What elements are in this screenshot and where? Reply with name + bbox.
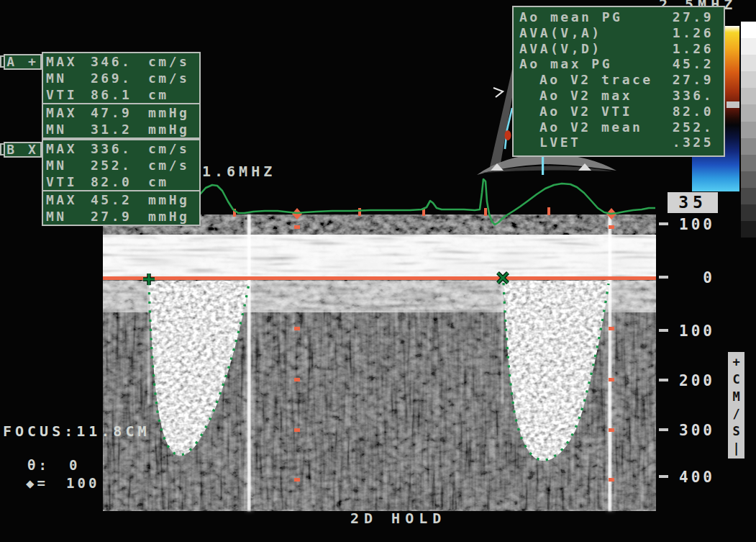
unit-char: S — [732, 423, 739, 440]
doppler-frequency-label: 1.6MHZ — [202, 163, 275, 180]
measure-value: 27.9 — [91, 208, 148, 225]
velocity-scale-ticks — [659, 222, 668, 478]
scale-label-100-above: 100 — [657, 216, 715, 233]
measure-value: 269. — [91, 70, 148, 86]
result-label: Ao V2 trace — [539, 72, 653, 88]
measure-value: 86.1 — [91, 86, 148, 103]
measure-label: MAX — [46, 140, 91, 157]
sweep-speed-value: 100 — [66, 475, 99, 491]
measure-value: 82.0 — [91, 173, 148, 190]
measure-value: 252. — [91, 157, 148, 173]
measure-label: MAX — [46, 53, 91, 70]
color-scale-zero-marker — [727, 101, 739, 108]
unit-char: | — [732, 440, 739, 457]
sweep-speed-label: ◆= — [26, 475, 48, 491]
measure-value: 346. — [91, 53, 148, 70]
color-doppler-blob — [505, 130, 511, 140]
scale-label-0: 0 — [657, 269, 715, 286]
reject-value-box[interactable]: 35 — [668, 192, 718, 213]
result-value: 27.9 — [673, 9, 714, 25]
measure-label: VTI — [46, 86, 91, 103]
measure-unit: cm — [148, 173, 199, 190]
unit-char: C — [732, 371, 739, 388]
result-value: 27.9 — [673, 72, 714, 88]
measure-value: 47.9 — [91, 104, 148, 121]
focus-depth-label: FOCUS:11.8CM — [3, 423, 150, 440]
velocity-unit-label: + C M / S | — [728, 352, 744, 459]
measure-unit: mmHg — [148, 121, 199, 137]
result-value: 45.2 — [673, 56, 714, 72]
measure-unit: cm — [148, 86, 199, 103]
measure-unit: mmHg — [148, 208, 199, 225]
measure-label: VTI — [46, 173, 91, 190]
doppler-baseline — [103, 276, 656, 280]
caliper-a-panel: MAX346.cm/s MN269.cm/s VTI86.1cm MAX47.9… — [42, 52, 201, 139]
result-value: 1.26 — [673, 41, 714, 57]
unit-char: M — [732, 388, 739, 405]
measure-label: MN — [46, 121, 91, 137]
result-label: Ao V2 VTI — [539, 104, 632, 119]
measure-unit: cm/s — [148, 140, 199, 157]
result-label: Ao mean PG — [519, 9, 622, 25]
pointer-arrow-icon — [493, 88, 503, 97]
measure-value: 336. — [91, 140, 148, 157]
result-label: AVA(V,A) — [519, 25, 602, 41]
result-label: AVA(V,D) — [519, 41, 602, 57]
measure-unit: cm/s — [148, 70, 199, 86]
result-label: Ao max PG — [519, 56, 612, 72]
result-label: Ao V2 mean — [539, 119, 642, 135]
measure-value: 45.2 — [91, 191, 148, 208]
scale-label-200: 200 — [657, 372, 715, 389]
caliper-a-tab[interactable]: A + — [4, 54, 42, 70]
result-value: .325 — [673, 135, 714, 150]
measure-label: MAX — [46, 104, 91, 121]
measure-unit: cm/s — [148, 53, 199, 70]
measure-unit: mmHg — [148, 104, 199, 121]
angle-value: 0 — [69, 457, 80, 473]
measure-label: MN — [46, 70, 91, 86]
result-value: 1.26 — [673, 25, 714, 41]
ultrasound-display: 2.5MHZ Ao mean PG27.9 AVA(V,A)1.26 AVA(V… — [0, 0, 756, 542]
mode-status-label: 2D HOLD — [350, 510, 446, 527]
measure-label: MN — [46, 208, 91, 225]
grayscale-bar — [741, 22, 756, 238]
result-value: 82.0 — [673, 104, 714, 119]
angle-label: θ: — [27, 457, 50, 473]
result-label: Ao V2 max — [539, 88, 632, 104]
measure-unit: cm/s — [148, 157, 199, 173]
caliper-b-tab[interactable]: B X — [4, 142, 42, 158]
measure-value: 31.2 — [91, 121, 148, 137]
scale-label-300: 300 — [657, 422, 715, 439]
result-value: 252. — [673, 119, 714, 135]
unit-char: + — [732, 353, 739, 371]
scale-label-400: 400 — [657, 469, 715, 486]
measurement-results-panel: Ao mean PG27.9 AVA(V,A)1.26 AVA(V,D)1.26… — [512, 6, 725, 157]
measure-unit: mmHg — [148, 191, 199, 208]
caliper-b-panel: MAX336.cm/s MN252.cm/s VTI82.0cm MAX45.2… — [42, 139, 201, 226]
unit-char: / — [732, 405, 739, 423]
result-value: 336. — [673, 88, 714, 104]
measure-label: MN — [46, 157, 91, 173]
result-label: LVET — [539, 135, 580, 150]
scale-label-100-below: 100 — [657, 322, 715, 340]
measure-label: MAX — [46, 191, 91, 208]
